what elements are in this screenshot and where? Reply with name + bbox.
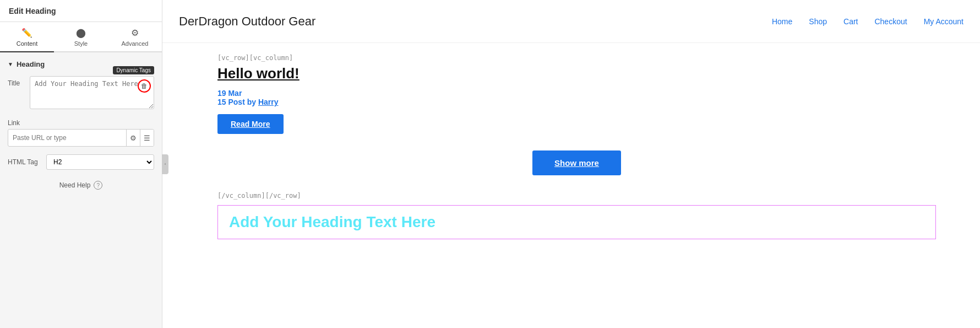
style-icon: ⬤	[76, 28, 86, 38]
link-input[interactable]	[8, 131, 126, 145]
tab-content[interactable]: ✏️ Content	[0, 22, 54, 52]
nav-link-home[interactable]: Home	[772, 17, 792, 26]
link-label: Link	[8, 119, 154, 127]
nav-link-cart[interactable]: Cart	[843, 17, 858, 26]
panel-title: Edit Heading	[0, 0, 162, 22]
post-author-link[interactable]: Harry	[258, 98, 279, 106]
tab-advanced-label: Advanced	[122, 40, 149, 47]
link-input-group: ⚙ ☰	[8, 129, 154, 147]
top-nav: DerDragon Outdoor Gear Home Shop Cart Ch…	[162, 0, 980, 43]
panel-tabs: ✏️ Content ⬤ Style ⚙ Advanced	[0, 22, 162, 52]
post-count-text: 15 Post by	[217, 98, 256, 106]
post-count: 15 Post by Harry	[217, 98, 936, 106]
collapse-icon: ‹	[165, 162, 166, 166]
tab-style[interactable]: ⬤ Style	[54, 22, 108, 52]
title-textarea[interactable]	[30, 76, 154, 109]
html-tag-label: HTML Tag	[8, 158, 46, 166]
nav-link-myaccount[interactable]: My Account	[924, 17, 963, 26]
html-tag-select[interactable]: H2 H1 H3 H4 H5 H6 div span p	[46, 154, 154, 170]
heading-edit-box[interactable]: Add Your Heading Text Here	[217, 205, 936, 239]
read-more-button[interactable]: Read More	[217, 114, 284, 134]
advanced-icon: ⚙	[131, 28, 139, 38]
vc-open-shortcode: [vc_row][vc_column]	[217, 54, 936, 62]
page-content: [vc_row][vc_column] Hello world! 19 Mar …	[162, 43, 980, 328]
tab-style-label: Style	[74, 40, 88, 47]
trash-icon: 🗑	[141, 82, 148, 90]
show-more-button[interactable]: Show more	[532, 150, 621, 175]
html-tag-row: HTML Tag H2 H1 H3 H4 H5 H6 div span p	[8, 154, 154, 170]
need-help[interactable]: Need Help ?	[8, 181, 154, 190]
section-arrow-icon: ▼	[8, 61, 13, 67]
edit-panel: Edit Heading ✏️ Content ⬤ Style ⚙ Advanc…	[0, 0, 162, 328]
nav-link-checkout[interactable]: Checkout	[874, 17, 907, 26]
help-icon: ?	[94, 181, 102, 190]
nav-links: Home Shop Cart Checkout My Account	[772, 17, 963, 26]
link-row: Link ⚙ ☰	[8, 119, 154, 147]
title-field-row: Title Dynamic Tags 🗑	[8, 76, 154, 111]
delete-title-button[interactable]: 🗑	[138, 79, 151, 93]
vc-close-shortcode: [/vc_column][/vc_row]	[217, 192, 936, 200]
nav-link-shop[interactable]: Shop	[809, 17, 827, 26]
post-title[interactable]: Hello world!	[217, 65, 936, 82]
link-settings-button[interactable]: ⚙	[126, 130, 140, 146]
list-icon: ☰	[144, 134, 150, 142]
show-more-section: Show more	[217, 150, 936, 175]
section-heading-label: Heading	[17, 60, 45, 68]
panel-body: ▼ Heading Title Dynamic Tags 🗑 Link ⚙	[0, 52, 162, 328]
post-date: 19 Mar	[217, 89, 936, 98]
gear-icon: ⚙	[130, 134, 137, 142]
site-title: DerDragon Outdoor Gear	[179, 14, 315, 29]
dynamic-tags-button[interactable]: Dynamic Tags	[113, 66, 154, 74]
link-list-button[interactable]: ☰	[140, 130, 154, 146]
content-icon: ✏️	[21, 28, 32, 38]
title-field-content: Dynamic Tags 🗑	[30, 76, 154, 111]
tab-content-label: Content	[17, 40, 38, 47]
title-label: Title	[8, 76, 30, 87]
tab-advanced[interactable]: ⚙ Advanced	[108, 22, 162, 52]
need-help-label: Need Help	[59, 181, 91, 189]
collapse-handle[interactable]: ‹	[162, 154, 168, 174]
post-meta: 19 Mar 15 Post by Harry	[217, 89, 936, 106]
main-area: DerDragon Outdoor Gear Home Shop Cart Ch…	[162, 0, 980, 328]
